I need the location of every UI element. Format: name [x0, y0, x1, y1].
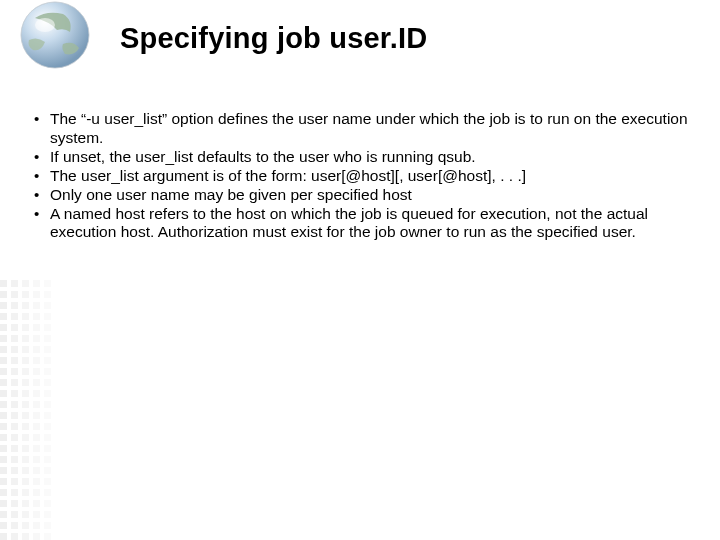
svg-rect-17 [0, 434, 7, 441]
svg-rect-79 [33, 324, 40, 331]
svg-rect-33 [11, 346, 18, 353]
svg-rect-51 [22, 280, 29, 287]
svg-rect-56 [22, 335, 29, 342]
svg-rect-48 [11, 511, 18, 518]
list-item: A named host refers to the host on which… [30, 205, 690, 243]
svg-rect-5 [0, 302, 7, 309]
svg-rect-45 [11, 478, 18, 485]
svg-rect-97 [33, 522, 40, 529]
svg-rect-113 [44, 434, 51, 441]
svg-rect-3 [0, 280, 7, 287]
svg-rect-53 [22, 302, 29, 309]
svg-rect-35 [11, 368, 18, 375]
svg-rect-100 [44, 291, 51, 298]
svg-rect-112 [44, 423, 51, 430]
svg-rect-105 [44, 346, 51, 353]
svg-rect-92 [33, 467, 40, 474]
svg-rect-44 [11, 467, 18, 474]
svg-rect-77 [33, 302, 40, 309]
svg-rect-43 [11, 456, 18, 463]
svg-rect-60 [22, 379, 29, 386]
svg-rect-32 [11, 335, 18, 342]
svg-rect-117 [44, 478, 51, 485]
svg-rect-114 [44, 445, 51, 452]
svg-rect-8 [0, 335, 7, 342]
svg-rect-121 [44, 522, 51, 529]
svg-rect-29 [11, 302, 18, 309]
svg-rect-55 [22, 324, 29, 331]
svg-rect-61 [22, 390, 29, 397]
svg-rect-88 [33, 423, 40, 430]
svg-rect-46 [11, 489, 18, 496]
svg-rect-11 [0, 368, 7, 375]
svg-rect-90 [33, 445, 40, 452]
bullet-list: The “-u user_list” option defines the us… [20, 110, 690, 242]
list-item: The user_list argument is of the form: u… [30, 167, 690, 186]
svg-rect-71 [22, 500, 29, 507]
svg-rect-96 [33, 511, 40, 518]
svg-rect-104 [44, 335, 51, 342]
svg-point-2 [35, 18, 55, 32]
svg-rect-108 [44, 379, 51, 386]
svg-rect-10 [0, 357, 7, 364]
svg-rect-37 [11, 390, 18, 397]
svg-rect-34 [11, 357, 18, 364]
svg-rect-99 [44, 280, 51, 287]
svg-rect-52 [22, 291, 29, 298]
svg-rect-109 [44, 390, 51, 397]
svg-rect-87 [33, 412, 40, 419]
svg-rect-59 [22, 368, 29, 375]
svg-rect-116 [44, 467, 51, 474]
svg-rect-30 [11, 313, 18, 320]
svg-rect-106 [44, 357, 51, 364]
svg-rect-103 [44, 324, 51, 331]
svg-rect-68 [22, 467, 29, 474]
svg-rect-66 [22, 445, 29, 452]
svg-rect-86 [33, 401, 40, 408]
svg-rect-69 [22, 478, 29, 485]
svg-rect-110 [44, 401, 51, 408]
svg-rect-47 [11, 500, 18, 507]
svg-rect-72 [22, 511, 29, 518]
globe-icon [15, 0, 95, 72]
svg-rect-89 [33, 434, 40, 441]
svg-rect-93 [33, 478, 40, 485]
svg-rect-18 [0, 445, 7, 452]
svg-rect-42 [11, 445, 18, 452]
list-item: If unset, the user_list defaults to the … [30, 148, 690, 167]
svg-rect-95 [33, 500, 40, 507]
svg-rect-6 [0, 313, 7, 320]
svg-rect-120 [44, 511, 51, 518]
svg-rect-101 [44, 302, 51, 309]
svg-rect-73 [22, 522, 29, 529]
decorative-grid [0, 280, 58, 540]
svg-rect-107 [44, 368, 51, 375]
svg-rect-14 [0, 401, 7, 408]
svg-rect-98 [33, 533, 40, 540]
svg-rect-24 [0, 511, 7, 518]
list-item: Only one user name may be given per spec… [30, 186, 690, 205]
svg-rect-9 [0, 346, 7, 353]
svg-rect-27 [11, 280, 18, 287]
svg-rect-118 [44, 489, 51, 496]
svg-rect-40 [11, 423, 18, 430]
svg-rect-54 [22, 313, 29, 320]
svg-rect-58 [22, 357, 29, 364]
svg-rect-76 [33, 291, 40, 298]
svg-rect-83 [33, 368, 40, 375]
svg-rect-39 [11, 412, 18, 419]
page-title: Specifying job user.ID [120, 22, 427, 55]
svg-rect-15 [0, 412, 7, 419]
svg-rect-7 [0, 324, 7, 331]
svg-rect-63 [22, 412, 29, 419]
svg-rect-28 [11, 291, 18, 298]
svg-rect-38 [11, 401, 18, 408]
svg-rect-21 [0, 478, 7, 485]
svg-rect-80 [33, 335, 40, 342]
svg-rect-75 [33, 280, 40, 287]
svg-rect-31 [11, 324, 18, 331]
svg-rect-122 [44, 533, 51, 540]
svg-point-0 [21, 2, 89, 68]
svg-rect-115 [44, 456, 51, 463]
svg-rect-67 [22, 456, 29, 463]
